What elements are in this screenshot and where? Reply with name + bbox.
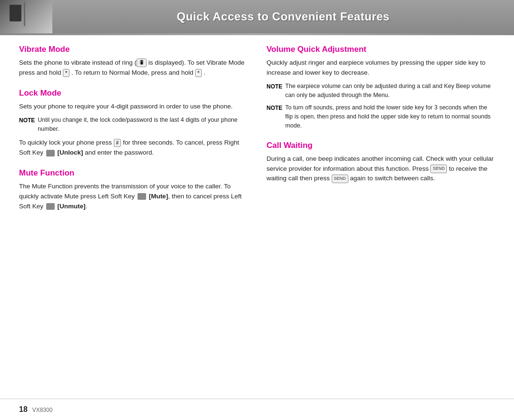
page-header: Quick Access to Convenient Features [0, 0, 514, 33]
section-vibrate-mode: Vibrate Mode Sets the phone to vibrate i… [19, 45, 247, 78]
header-photo [0, 0, 52, 33]
right-softkey-icon [46, 150, 55, 156]
call-waiting-title: Call Waiting [267, 141, 495, 150]
header-title: Quick Access to Convenient Features [52, 10, 514, 23]
volume-note-1: NOTE The earpiece volume can only be adj… [267, 82, 495, 100]
unmute-bold: [Unmute] [58, 203, 86, 210]
hash-key-icon: # [114, 139, 121, 147]
left-softkey-unmute-icon [46, 203, 55, 210]
mute-bold: [Mute] [149, 193, 168, 200]
note-text-vol2: To turn off sounds, press and hold the l… [285, 103, 495, 130]
vibrate-mode-title: Vibrate Mode [19, 45, 247, 54]
vibrate-ring-icon: 📳 [137, 59, 147, 67]
lock-mode-note: NOTE Until you change it, the lock code/… [19, 116, 247, 134]
vibrate-mode-body: Sets the phone to vibrate instead of rin… [19, 58, 247, 78]
note-label-lock: NOTE [19, 116, 35, 125]
section-call-waiting: Call Waiting During a call, one beep ind… [267, 141, 495, 184]
note-text-lock: Until you change it, the lock code/passw… [38, 116, 247, 134]
unlock-bold: [Unlock] [58, 149, 83, 156]
lock-mode-body: Sets your phone to require your 4-digit … [19, 102, 247, 112]
send-key-icon2: SEND [332, 175, 348, 183]
volume-adjustment-title: Volume Quick Adjustment [267, 45, 495, 54]
note-label-vol2: NOTE [267, 104, 282, 112]
mute-function-body: The Mute Function prevents the transmiss… [19, 182, 247, 212]
send-key-icon1: SEND [430, 165, 447, 173]
section-lock-mode: Lock Mode Sets your phone to require you… [19, 88, 247, 158]
lock-mode-text: Sets your phone to require your 4-digit … [19, 103, 233, 110]
for-three-text: for three [123, 139, 147, 146]
mute-function-title: Mute Function [19, 168, 247, 178]
footer-model: VX8300 [32, 407, 53, 413]
call-waiting-body: During a call, one beep indicates anothe… [267, 154, 495, 184]
page-num-value: 18 [19, 405, 28, 413]
lock-mode-extra: To quickly lock your phone press # for t… [19, 138, 247, 158]
page-footer: 18 VX8300 [0, 399, 514, 420]
star-key-icon2: * [195, 69, 202, 77]
section-mute-function: Mute Function The Mute Function prevents… [19, 168, 247, 212]
note-label-vol1: NOTE [267, 82, 282, 91]
star-key-icon: * [63, 69, 69, 77]
volume-adjustment-body: Quickly adjust ringer and earpiece volum… [267, 58, 495, 78]
footer-page-number: 18 VX8300 [19, 405, 52, 414]
right-column: Volume Quick Adjustment Quickly adjust r… [267, 45, 495, 222]
left-softkey-mute-icon [138, 193, 146, 200]
section-volume-adjustment: Volume Quick Adjustment Quickly adjust r… [267, 45, 495, 130]
left-column: Vibrate Mode Sets the phone to vibrate i… [19, 45, 247, 222]
lock-mode-title: Lock Mode [19, 88, 247, 98]
main-content: Vibrate Mode Sets the phone to vibrate i… [0, 35, 514, 227]
volume-note-2: NOTE To turn off sounds, press and hold … [267, 103, 495, 130]
note-text-vol1: The earpiece volume can only be adjusted… [285, 82, 495, 100]
